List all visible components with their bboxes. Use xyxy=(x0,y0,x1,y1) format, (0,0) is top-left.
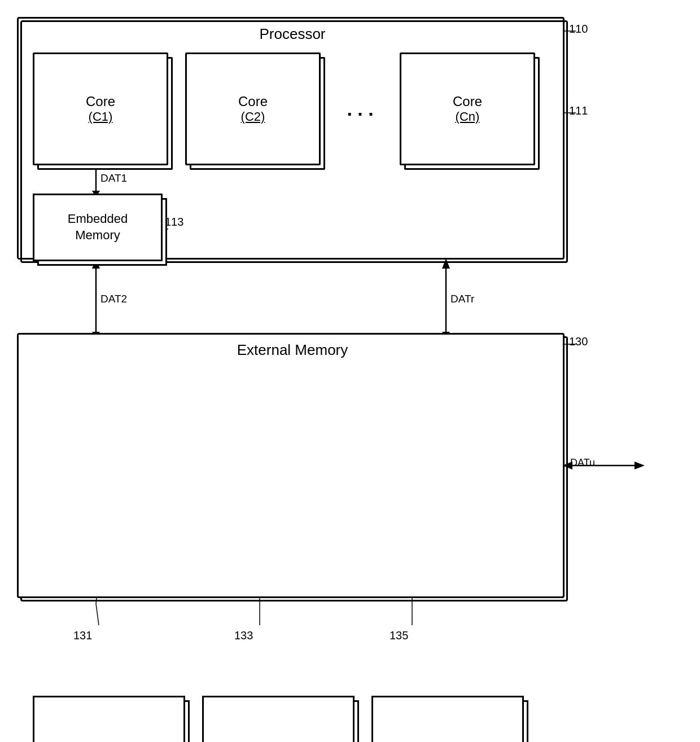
diagram-container: DAT1 DAT2 DATr P xyxy=(17,17,672,717)
storage-area-box: StorageArea xyxy=(371,696,524,742)
main-memory-area-box: MainMemoryArea xyxy=(33,696,185,742)
svg-marker-14 xyxy=(635,462,645,469)
core-c2-sub: (C2) xyxy=(241,109,265,124)
core-cn-sub: (Cn) xyxy=(456,109,480,124)
driving-memory-area-wrapper: DrivingMemoryArea xyxy=(202,696,355,742)
ref-110: 110 xyxy=(569,23,588,36)
ref-130: 130 xyxy=(569,335,588,348)
core-c2-label: Core xyxy=(238,94,268,109)
core-c1-wrapper: Core (C1) xyxy=(33,52,168,165)
cores-row: Core (C1) Core (C2) . . . Core (Cn) xyxy=(33,50,552,168)
external-memory-label: External Memory xyxy=(19,341,566,359)
core-cn-wrapper: Core (Cn) xyxy=(400,52,535,165)
core-c1-label: Core xyxy=(86,94,115,109)
ref-113: 113 xyxy=(165,216,183,229)
ref-133: 133 xyxy=(234,629,253,642)
core-c2-box: Core (C2) xyxy=(185,52,321,165)
core-c1-sub: (C1) xyxy=(89,109,113,124)
ellipsis: . . . xyxy=(338,52,383,165)
svg-marker-9 xyxy=(442,258,450,269)
processor-label: Processor xyxy=(19,25,566,43)
embedded-memory-box: EmbeddedMemory xyxy=(33,194,163,261)
svg-line-16 xyxy=(96,604,99,625)
ref-131: 131 xyxy=(73,629,92,642)
storage-area-wrapper: StorageArea xyxy=(371,696,524,742)
svg-text:DAT2: DAT2 xyxy=(100,293,127,305)
embedded-memory-label: EmbeddedMemory xyxy=(68,211,128,243)
ref-111: 111 xyxy=(569,104,588,117)
driving-memory-area-box: DrivingMemoryArea xyxy=(202,696,355,742)
datu-label: DATu xyxy=(570,457,595,469)
svg-text:DATr: DATr xyxy=(450,293,475,305)
core-c2-wrapper: Core (C2) xyxy=(185,52,321,165)
core-cn-box: Core (Cn) xyxy=(400,52,535,165)
memory-areas-row: MainMemoryArea DrivingMemoryArea Storage… xyxy=(33,684,552,742)
core-cn-label: Core xyxy=(453,94,482,109)
core-c1-box: Core (C1) xyxy=(33,52,168,165)
external-memory-block: External Memory MainMemoryArea DrivingMe… xyxy=(17,333,565,598)
main-memory-area-wrapper: MainMemoryArea xyxy=(33,696,185,742)
processor-block: Processor Core (C1) Core (C2) . . . xyxy=(17,17,565,260)
ref-135: 135 xyxy=(390,629,408,642)
